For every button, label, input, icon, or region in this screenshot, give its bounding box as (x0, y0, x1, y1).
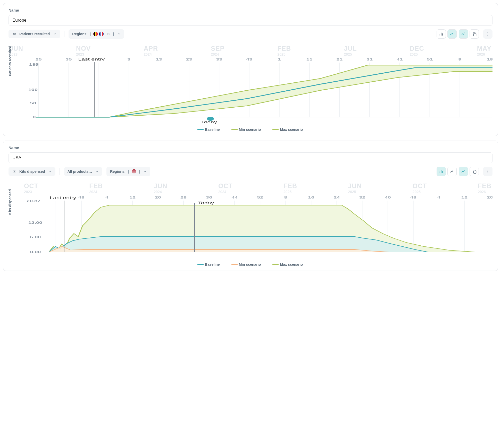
more-menu-button[interactable] (483, 167, 492, 176)
legend-max[interactable]: Max scenario (273, 127, 303, 132)
bar-chart-button[interactable] (437, 29, 446, 39)
legend-min[interactable]: Min scenario (232, 127, 261, 132)
separator (481, 30, 481, 38)
svg-text:13: 13 (156, 57, 162, 61)
line-chart-button[interactable] (447, 167, 457, 176)
svg-text:3: 3 (127, 57, 130, 61)
svg-text:1: 1 (278, 57, 281, 61)
svg-point-0 (14, 33, 15, 34)
svg-text:44: 44 (231, 195, 238, 199)
svg-text:0.00: 0.00 (30, 250, 41, 254)
flag-france-icon (99, 32, 104, 36)
svg-text:12.00: 12.00 (28, 221, 42, 225)
chevron-down-icon (144, 170, 147, 173)
more-menu-button[interactable] (483, 29, 492, 39)
separator (481, 168, 481, 175)
flag-us-icon (132, 169, 136, 174)
svg-text:35: 35 (66, 57, 72, 61)
metric-dropdown[interactable]: Patients recruited (9, 30, 60, 38)
svg-text:28: 28 (180, 195, 187, 199)
people-icon (12, 32, 17, 36)
svg-rect-3 (473, 33, 476, 36)
svg-text:189: 189 (29, 63, 38, 66)
svg-text:Today: Today (198, 201, 214, 205)
svg-text:48: 48 (78, 195, 85, 199)
metric-dropdown[interactable]: Kits dispensed (9, 167, 55, 176)
svg-text:6.00: 6.00 (30, 235, 41, 239)
chart-mode-toggle (437, 29, 457, 39)
svg-text:32: 32 (359, 195, 365, 199)
svg-text:25: 25 (36, 57, 42, 61)
table-view-button[interactable] (470, 29, 479, 39)
pill-icon (12, 169, 17, 174)
svg-point-5 (488, 34, 488, 35)
svg-text:52: 52 (257, 195, 263, 199)
toolbar-usa: Kits dispensed All products… Regions: [ … (9, 167, 492, 176)
svg-text:50: 50 (30, 101, 36, 105)
chevron-down-icon (96, 170, 99, 173)
svg-text:48: 48 (410, 195, 416, 199)
svg-text:21: 21 (336, 57, 343, 61)
graph-view-button[interactable] (459, 167, 468, 176)
svg-text:4: 4 (105, 195, 108, 199)
chart-europe: Patients recruited 253531323334311121314… (9, 57, 492, 125)
svg-text:Last entry: Last entry (50, 196, 76, 200)
svg-text:24: 24 (333, 195, 340, 199)
y-axis-label: Patients recruited (8, 46, 12, 76)
svg-text:20.87: 20.87 (27, 199, 40, 203)
svg-text:12: 12 (129, 195, 136, 199)
chart-mode-toggle (437, 167, 457, 176)
view-mode-toggle (459, 29, 479, 39)
svg-point-1 (15, 33, 16, 34)
chevron-down-icon (118, 32, 121, 36)
time-axis-months: OCT2023FEB2024JUN2024OCT2024FEB2025JUN20… (9, 178, 492, 195)
svg-rect-50 (473, 171, 476, 173)
y-axis-label: Kits dispensed (8, 189, 12, 215)
svg-text:9: 9 (458, 57, 461, 61)
name-input-europe[interactable] (9, 15, 492, 26)
graph-view-button[interactable] (459, 29, 468, 39)
more-vertical-icon (486, 32, 490, 36)
regions-dropdown[interactable]: Regions: [ +2 ] (69, 29, 124, 39)
bar-chart-button[interactable] (437, 167, 446, 176)
svg-text:23: 23 (186, 57, 192, 61)
svg-text:20: 20 (155, 195, 161, 199)
more-vertical-icon (486, 169, 490, 174)
svg-text:31: 31 (366, 57, 373, 61)
separator (64, 31, 64, 37)
svg-text:19: 19 (487, 57, 492, 61)
svg-text:Last entry: Last entry (78, 57, 105, 61)
svg-text:41: 41 (397, 57, 403, 61)
legend-baseline[interactable]: Baseline (198, 127, 220, 132)
svg-text:Today: Today (201, 120, 217, 124)
toolbar-europe: Patients recruited Regions: [ +2 ] (9, 29, 492, 39)
legend-min[interactable]: Min scenario (232, 262, 261, 266)
svg-text:12: 12 (461, 195, 467, 199)
panel-europe: Name Patients recruited Regions: [ +2 ] (3, 3, 498, 136)
svg-point-52 (488, 171, 488, 172)
view-mode-toggle (459, 167, 479, 176)
legend-max[interactable]: Max scenario (273, 262, 303, 266)
flag-belgium-icon (93, 32, 98, 36)
svg-text:43: 43 (246, 57, 252, 61)
svg-text:11: 11 (306, 57, 312, 61)
products-dropdown[interactable]: All products… (64, 167, 103, 176)
svg-text:100: 100 (28, 88, 38, 92)
svg-text:16: 16 (308, 195, 314, 199)
chart-usa: Kits dispensed 4841220283644528162432404… (9, 195, 492, 260)
table-view-button[interactable] (470, 167, 479, 176)
svg-text:8: 8 (284, 195, 287, 199)
svg-text:20: 20 (487, 195, 492, 199)
legend-baseline[interactable]: Baseline (198, 262, 220, 266)
svg-point-53 (488, 173, 488, 173)
name-input-usa[interactable] (9, 152, 492, 163)
svg-text:51: 51 (427, 57, 433, 61)
line-chart-button[interactable] (447, 29, 457, 39)
svg-point-6 (488, 35, 488, 36)
svg-text:0: 0 (32, 115, 36, 119)
legend: Baseline Min scenario Max scenario (9, 125, 492, 132)
regions-dropdown[interactable]: Regions: [ ] (106, 167, 150, 176)
svg-text:40: 40 (385, 195, 391, 199)
svg-text:33: 33 (216, 57, 222, 61)
legend: Baseline Min scenario Max scenario (9, 260, 492, 267)
